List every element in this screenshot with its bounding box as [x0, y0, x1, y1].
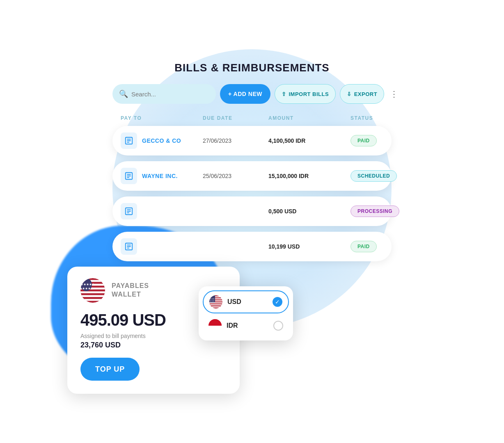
wallet-label: PAYABLES WALLET — [112, 282, 149, 299]
due-date: 27/06/2023 — [203, 137, 268, 144]
idr-label: IDR — [227, 322, 268, 329]
topup-button[interactable]: TOP UP — [80, 358, 140, 381]
status-badge: PAID — [351, 241, 416, 252]
status-badge: PAID — [351, 135, 416, 146]
col-header-amount: AMOUNT — [268, 115, 351, 121]
search-box[interactable]: 🔍 — [112, 84, 216, 104]
table-row[interactable]: GECCO & CO 27/06/2023 4,100,500 IDR PAID — [112, 126, 392, 155]
svg-rect-22 — [80, 299, 105, 301]
table-headers: PAY TO DUE DATE AMOUNT STATUS — [112, 115, 392, 121]
add-new-button[interactable]: + ADD NEW — [220, 84, 270, 104]
bill-icon — [121, 203, 137, 219]
svg-text:★★★: ★★★ — [210, 300, 215, 302]
status-badge: SCHEDULED — [351, 170, 416, 182]
payee-name: WAYNE INC. — [142, 173, 178, 179]
payee-cell — [121, 203, 203, 219]
svg-text:★★★★★★: ★★★★★★ — [80, 283, 95, 286]
wallet-assigned-amount: 23,760 USD — [80, 341, 227, 349]
usd-label: USD — [227, 298, 268, 306]
wallet-flag: ★★★★★★ ★★★★★ — [80, 278, 105, 303]
download-icon: ⇩ — [347, 91, 352, 97]
payee-cell: WAYNE INC. — [121, 168, 203, 184]
payee-cell: GECCO & CO — [121, 132, 203, 149]
svg-rect-20 — [80, 291, 105, 293]
due-date: 25/06/2023 — [203, 173, 268, 179]
radio-empty-idr — [273, 321, 283, 331]
amount: 0,500 USD — [268, 208, 351, 215]
currency-option-idr[interactable]: IDR — [203, 315, 289, 336]
export-button[interactable]: ⇩ EXPORT — [340, 84, 384, 104]
bill-icon — [121, 238, 137, 255]
upload-icon: ⇧ — [282, 91, 286, 97]
amount: 10,199 USD — [268, 243, 351, 250]
usd-flag: ★★★ ★★★ — [209, 295, 222, 308]
table-row[interactable]: 10,199 USD PAID — [112, 232, 392, 261]
status-badge: PROCESSING — [351, 206, 416, 217]
svg-text:★★★★★: ★★★★★ — [80, 287, 94, 290]
page-title: BILLS & REIMBURSEMENTS — [112, 62, 392, 74]
bills-panel: BILLS & REIMBURSEMENTS 🔍 + ADD NEW ⇧ IMP… — [112, 62, 392, 267]
payee-cell — [121, 238, 203, 255]
table-row[interactable]: WAYNE INC. 25/06/2023 15,100,000 IDR SCH… — [112, 161, 392, 191]
more-options-button[interactable]: ⋮ — [388, 89, 400, 99]
table-row[interactable]: 0,500 USD PROCESSING — [112, 196, 392, 226]
payee-name: GECCO & CO — [142, 137, 181, 144]
amount: 4,100,500 IDR — [268, 137, 351, 144]
svg-rect-21 — [80, 295, 105, 297]
col-header-payto: PAY TO — [121, 115, 203, 121]
currency-popup: ★★★ ★★★ USD ✓ IDR — [199, 286, 293, 340]
import-bills-button[interactable]: ⇧ IMPORT BILLS — [275, 84, 336, 104]
search-input[interactable] — [131, 91, 209, 98]
svg-rect-40 — [208, 319, 222, 326]
search-icon: 🔍 — [119, 89, 128, 98]
col-header-duedate: DUE DATE — [203, 115, 268, 121]
bill-icon — [121, 132, 137, 149]
svg-rect-32 — [209, 304, 222, 306]
svg-rect-31 — [209, 302, 222, 304]
bill-icon — [121, 168, 137, 184]
svg-rect-33 — [209, 306, 222, 308]
amount: 15,100,000 IDR — [268, 173, 351, 179]
col-header-status: STATUS — [351, 115, 416, 121]
check-icon: ✓ — [273, 297, 282, 307]
idr-flag — [208, 319, 222, 332]
currency-option-usd[interactable]: ★★★ ★★★ USD ✓ — [203, 290, 289, 313]
toolbar: 🔍 + ADD NEW ⇧ IMPORT BILLS ⇩ EXPORT ⋮ — [112, 84, 392, 104]
